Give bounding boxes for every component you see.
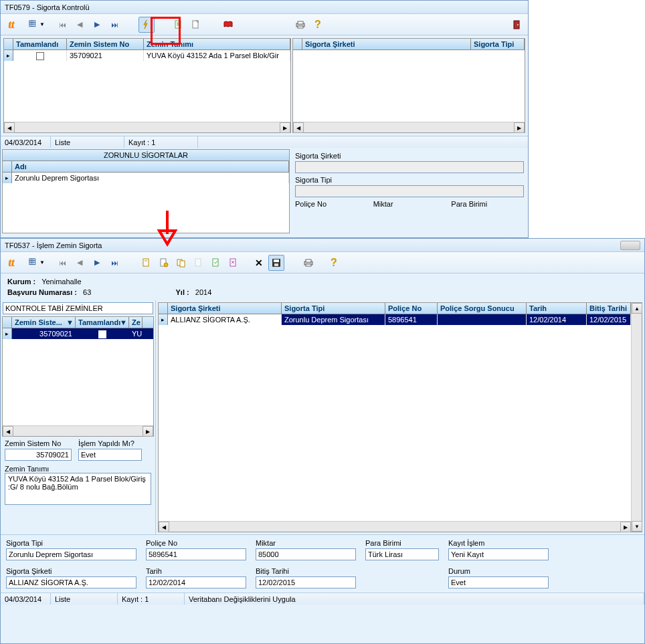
label-zemin-tanimi: Zemin Tanımı	[5, 465, 49, 473]
svg-rect-27	[180, 261, 185, 267]
label-tarih-b: Tarih	[146, 567, 246, 575]
title-bar-1: TF0579 - Sigorta Kontrolü	[1, 1, 528, 14]
help-button[interactable]: ?	[310, 17, 326, 33]
checkbox-tamamlandi[interactable]	[36, 52, 44, 60]
scrollbar-h[interactable]: ◀▶	[293, 122, 525, 132]
nav-next-button[interactable]: ▶	[89, 255, 105, 271]
table-row[interactable]: ▸ 35709021 YU	[3, 328, 153, 339]
col-police-sorgu[interactable]: Poliçe Sorgu Sonucu	[438, 303, 527, 314]
doc4-icon[interactable]	[191, 255, 207, 271]
nav-prev-button[interactable]: ◀	[72, 255, 88, 271]
scrollbar-h[interactable]: ◀▶	[3, 425, 153, 436]
input-sigorta-tipi-b[interactable]	[6, 548, 136, 560]
col-tarih[interactable]: Tarih	[527, 303, 587, 314]
print-button[interactable]	[292, 17, 308, 33]
col-police-no-2[interactable]: Poliçe No	[385, 303, 438, 314]
app-logo-icon[interactable]: tt	[3, 255, 19, 271]
doc1-icon[interactable]	[139, 255, 155, 271]
label-basvuru: Başvuru Numarası :	[7, 288, 77, 296]
input-kayit-islem[interactable]	[448, 548, 549, 560]
grid-sigorta-detay[interactable]: Sigorta Şirketi Sigorta Tipi Poliçe No P…	[158, 302, 642, 532]
scrollbar-v[interactable]: ▲▼	[631, 303, 642, 532]
nav-last-button[interactable]: ⏭	[106, 255, 122, 271]
input-durum[interactable]	[448, 576, 549, 588]
doc3-icon[interactable]	[173, 255, 189, 271]
col-zemin-siste[interactable]: Zemin Siste...▼	[12, 317, 76, 328]
label-sigorta-sirketi: Sigorta Şirketi	[295, 152, 524, 160]
grid-kontrole-tabi[interactable]: Zemin Siste...▼ Tamamlandı▼ Ze ▸ 3570902…	[2, 316, 154, 437]
grid-zemin[interactable]: Tamamlandı Zemin Sistem No Zemin Tanımı …	[3, 38, 291, 133]
col-sigorta-tipi-2[interactable]: Sigorta Tipi	[282, 303, 385, 314]
section-title-zorunlu: ZORUNLU SİGORTALAR	[3, 150, 289, 161]
nav-first-button[interactable]: ⏮	[54, 17, 70, 33]
toolbar-1: tt ▼ ⏮ ◀ ▶ ⏭ ?	[1, 14, 528, 35]
svg-rect-11	[298, 21, 303, 24]
table-row[interactable]: ▸ ALLIANZ SİGORTA A.Ş. Zorunlu Deprem Si…	[159, 314, 631, 325]
grid-zorunlu-sigortalar[interactable]: ZORUNLU SİGORTALAR Adı ▸ Zorunlu Deprem …	[2, 149, 290, 233]
input-sigorta-tipi[interactable]	[295, 185, 524, 197]
svg-rect-12	[298, 26, 303, 28]
value-basvuru: 63	[83, 288, 91, 296]
doc-button-1[interactable]	[171, 17, 187, 33]
col-zemin-tanimi[interactable]: Zemin Tanımı	[144, 39, 290, 49]
col-adi[interactable]: Adı	[12, 161, 289, 172]
book-button[interactable]	[220, 17, 236, 33]
table-row[interactable]: ▸ 35709021 YUVA Köyü 43152 Ada 1 Parsel …	[4, 50, 290, 61]
label-para-birimi-b: Para Birimi	[365, 539, 439, 547]
input-miktar-b[interactable]	[256, 548, 356, 560]
col-sigorta-tipi[interactable]: Sigorta Tipi	[471, 39, 525, 49]
status-bar-1a: 04/03/2014 Liste Kayıt : 1	[1, 136, 528, 148]
grid-sigorta[interactable]: Sigorta Şirketi Sigorta Tipi ◀▶	[292, 38, 525, 133]
col-tamamlandi-2[interactable]: Tamamlandı▼	[76, 317, 129, 328]
nav-first-button[interactable]: ⏮	[54, 255, 70, 271]
svg-point-14	[517, 24, 519, 25]
new-doc-button[interactable]	[188, 17, 204, 33]
scrollbar-h[interactable]: ◀▶	[4, 122, 290, 132]
help-button[interactable]: ?	[326, 255, 342, 271]
col-sigorta-sirketi[interactable]: Sigorta Şirketi	[302, 39, 471, 49]
doc5-icon[interactable]	[208, 255, 224, 271]
input-bitis-tarihi-b[interactable]	[256, 576, 356, 588]
label-bitis-tarihi-b: Bitiş Tarihi	[256, 567, 356, 575]
svg-rect-34	[274, 259, 279, 262]
input-tarih-b[interactable]	[146, 576, 246, 588]
label-miktar: Miktar	[373, 200, 446, 208]
checkbox-tamamlandi-2[interactable]	[98, 330, 106, 338]
scrollbar-h[interactable]: ◀▶	[159, 521, 631, 532]
svg-rect-37	[306, 259, 311, 262]
app-logo-icon[interactable]: tt	[3, 17, 19, 33]
col-zemin-sistem-no[interactable]: Zemin Sistem No	[67, 39, 144, 49]
window-title-1: TF0579 - Sigorta Kontrolü	[5, 3, 90, 11]
input-police-no-b[interactable]	[146, 548, 246, 560]
window-sigorta-kontrolu: TF0579 - Sigorta Kontrolü tt ▼ ⏮ ◀ ▶ ⏭	[0, 0, 529, 238]
close-button[interactable]	[620, 241, 640, 250]
input-para-birimi-b[interactable]	[365, 548, 439, 560]
input-islem-yapildi[interactable]	[78, 449, 142, 461]
col-tamamlandi[interactable]: Tamamlandı	[13, 39, 67, 49]
grid-dropdown-button[interactable]: ▼	[29, 255, 45, 271]
exit-button[interactable]	[509, 17, 525, 33]
delete-icon[interactable]: ✕	[251, 255, 267, 271]
doc2-icon[interactable]	[156, 255, 172, 271]
value-kurum: Yenimahalle	[41, 278, 82, 286]
col-sigorta-sirketi-2[interactable]: Sigorta Şirketi	[168, 303, 282, 314]
input-zemin-sistem-no[interactable]	[5, 449, 72, 461]
nav-next-button[interactable]: ▶	[89, 17, 105, 33]
col-z[interactable]: Ze	[129, 317, 143, 328]
textarea-zemin-tanimi[interactable]: YUVA Köyü 43152 Ada 1 Parsel Blok/Giriş …	[5, 473, 151, 505]
col-bitis-tarihi[interactable]: Bitiş Tarihi	[587, 303, 631, 314]
input-sigorta-sirketi-b[interactable]	[6, 576, 136, 588]
svg-rect-0	[29, 20, 35, 26]
nav-prev-button[interactable]: ◀	[72, 17, 88, 33]
grid-dropdown-button[interactable]: ▼	[29, 17, 45, 33]
label-kayit-islem: Kayıt İşlem	[448, 539, 549, 547]
print-button[interactable]	[300, 255, 316, 271]
input-sigorta-sirketi[interactable]	[295, 161, 524, 173]
table-row[interactable]: ▸ Zorunlu Deprem Sigortası	[3, 173, 289, 183]
svg-rect-35	[274, 263, 278, 266]
save-button[interactable]	[268, 255, 284, 271]
input-kontrole-tabi[interactable]	[3, 302, 153, 314]
execute-button[interactable]	[139, 17, 155, 33]
doc6-icon[interactable]	[225, 255, 242, 271]
nav-last-button[interactable]: ⏭	[106, 17, 122, 33]
